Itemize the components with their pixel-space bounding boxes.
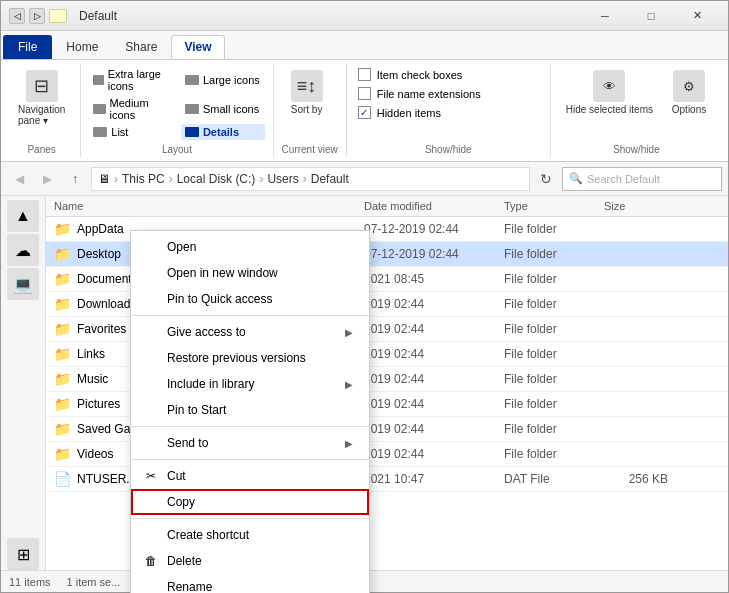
ctx-send-to[interactable]: Send to ▶ (131, 430, 369, 456)
file-name-label: Favorites (77, 322, 126, 336)
showhide-content: Item check boxes File name extensions ✓ … (355, 66, 542, 140)
layout-list[interactable]: List (89, 124, 173, 140)
sort-icon: ≡↕ (291, 70, 323, 102)
selection-info: 1 item se... (67, 576, 121, 588)
ribbon: File Home Share View ⊟ Navigationpane ▾ … (1, 31, 728, 162)
hidden-items-checkbox[interactable]: ✓ (358, 106, 371, 119)
file-ext-checkbox[interactable] (358, 87, 371, 100)
maximize-button[interactable]: □ (628, 1, 674, 31)
layout-small[interactable]: Small icons (181, 95, 265, 123)
layout-options-grid: Extra large icons Large icons Medium ico… (89, 66, 264, 140)
file-size (596, 327, 676, 331)
sort-by-button[interactable]: ≡↕ Sort by (282, 66, 332, 140)
ctx-open-new[interactable]: Open in new window (131, 260, 369, 286)
up-button[interactable]: ↑ (63, 167, 87, 191)
hidden-items-option[interactable]: ✓ Hidden items (355, 104, 444, 121)
file-size (596, 252, 676, 256)
file-name-label: Desktop (77, 247, 121, 261)
ctx-give-access[interactable]: Give access to ▶ (131, 319, 369, 345)
forward-button[interactable]: ▶ (35, 167, 59, 191)
ctx-pin-quick[interactable]: Pin to Quick access (131, 286, 369, 312)
ctx-copy[interactable]: Copy (131, 489, 369, 515)
hide-selected-icon: 👁 (593, 70, 625, 102)
ribbon-group-showhide: Item check boxes File name extensions ✓ … (351, 64, 551, 157)
file-size (596, 227, 676, 231)
ctx-include-lib[interactable]: Include in library ▶ (131, 371, 369, 397)
folder-icon: 📁 (54, 346, 71, 362)
ctx-rename[interactable]: Rename (131, 574, 369, 593)
search-box[interactable]: 🔍 Search Default (562, 167, 722, 191)
layout-medium[interactable]: Medium icons (89, 95, 173, 123)
col-date[interactable]: Date modified (356, 196, 496, 216)
file-date: 2019 02:44 (356, 370, 496, 388)
ctx-open-icon (143, 239, 159, 255)
separator (131, 315, 369, 316)
titlebar: ◁ ▷ Default ─ □ ✕ (1, 1, 728, 31)
ribbon-content: ⊟ Navigationpane ▾ Panes Extra large ico… (1, 59, 728, 161)
layout-medium-label: Medium icons (110, 97, 169, 121)
ctx-delete-icon: 🗑 (143, 553, 159, 569)
col-type[interactable]: Type (496, 196, 596, 216)
tab-share[interactable]: Share (112, 35, 170, 59)
showhide-label: Show/hide (355, 140, 542, 155)
ctx-open[interactable]: Open (131, 234, 369, 260)
sidebar-icon-2[interactable]: ☁ (7, 234, 39, 266)
file-size (596, 352, 676, 356)
ctx-restore-label: Restore previous versions (167, 351, 353, 365)
close-button[interactable]: ✕ (674, 1, 720, 31)
layout-details[interactable]: Details (181, 124, 265, 140)
breadcrumb-users[interactable]: Users (267, 172, 298, 186)
layout-details-icon (185, 127, 199, 137)
sidebar-icon-1[interactable]: ▲ (7, 200, 39, 232)
ctx-delete[interactable]: 🗑 Delete (131, 548, 369, 574)
ctx-open-new-icon (143, 265, 159, 281)
breadcrumb-local-disk[interactable]: Local Disk (C:) (177, 172, 256, 186)
col-size[interactable]: Size (596, 196, 676, 216)
sidebar-icon-3[interactable]: 💻 (7, 268, 39, 300)
file-name-extensions-option[interactable]: File name extensions (355, 85, 484, 102)
file-type: DAT File (496, 470, 596, 488)
col-name[interactable]: Name (46, 196, 356, 216)
tab-file[interactable]: File (3, 35, 52, 59)
back-icon[interactable]: ◁ (9, 8, 25, 24)
refresh-button[interactable]: ↻ (534, 167, 558, 191)
navigation-pane-button[interactable]: ⊟ Navigationpane ▾ (11, 66, 72, 140)
ctx-pin-start[interactable]: Pin to Start (131, 397, 369, 423)
tab-view[interactable]: View (171, 35, 224, 59)
ctx-copy-label: Copy (167, 495, 353, 509)
tab-home[interactable]: Home (53, 35, 111, 59)
options-button[interactable]: ⚙ Options (664, 66, 714, 140)
file-size (596, 277, 676, 281)
ctx-cut[interactable]: ✂ Cut (131, 463, 369, 489)
file-name-label: Downloads (77, 297, 136, 311)
breadcrumb: 🖥 › This PC › Local Disk (C:) › Users › … (91, 167, 530, 191)
layout-label: Layout (89, 140, 264, 155)
current-view-label: Current view (282, 140, 338, 155)
ctx-shortcut[interactable]: Create shortcut (131, 522, 369, 548)
file-name-label: Music (77, 372, 108, 386)
breadcrumb-this-pc[interactable]: This PC (122, 172, 165, 186)
file-name-label: Documents (77, 272, 138, 286)
minimize-button[interactable]: ─ (582, 1, 628, 31)
file-list-header: Name Date modified Type Size (46, 196, 728, 217)
item-checkboxes-checkbox[interactable] (358, 68, 371, 81)
search-icon: 🔍 (569, 172, 583, 185)
current-view-content: ≡↕ Sort by (282, 66, 338, 140)
hide-selected-button[interactable]: 👁 Hide selected items (559, 66, 660, 140)
file-ext-label: File name extensions (377, 88, 481, 100)
folder-icon: 📁 (54, 321, 71, 337)
layout-list-label: List (111, 126, 128, 138)
layout-extra-large[interactable]: Extra large icons (89, 66, 173, 94)
ctx-restore[interactable]: Restore previous versions (131, 345, 369, 371)
ctx-give-access-label: Give access to (167, 325, 337, 339)
ctx-copy-icon (143, 494, 159, 510)
forward-icon[interactable]: ▷ (29, 8, 45, 24)
ctx-delete-label: Delete (167, 554, 353, 568)
layout-large[interactable]: Large icons (181, 66, 265, 94)
sidebar-icon-bottom[interactable]: ⊞ (7, 538, 39, 570)
back-button[interactable]: ◀ (7, 167, 31, 191)
item-checkboxes-option[interactable]: Item check boxes (355, 66, 466, 83)
layout-icon (93, 75, 103, 85)
file-type: File folder (496, 220, 596, 238)
breadcrumb-default[interactable]: Default (311, 172, 349, 186)
